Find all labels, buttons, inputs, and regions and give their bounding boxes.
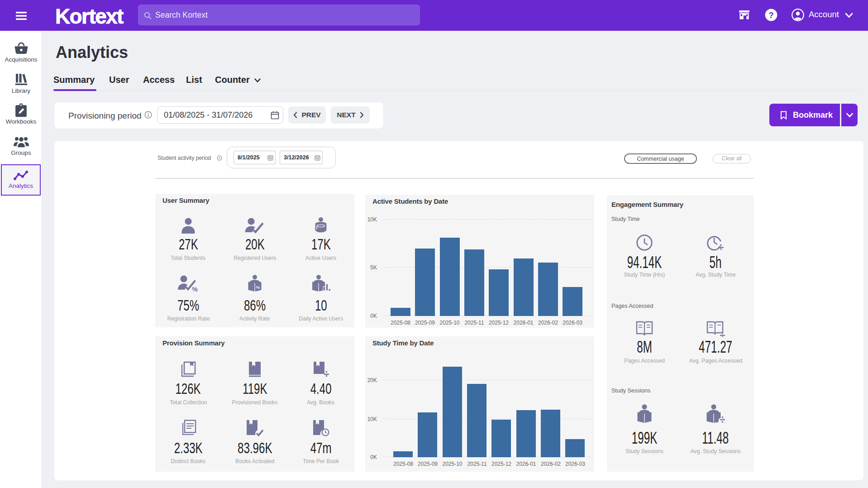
- svg-text:%: %: [192, 286, 198, 292]
- svg-text:%: %: [256, 285, 260, 290]
- svg-text:?: ?: [769, 11, 774, 20]
